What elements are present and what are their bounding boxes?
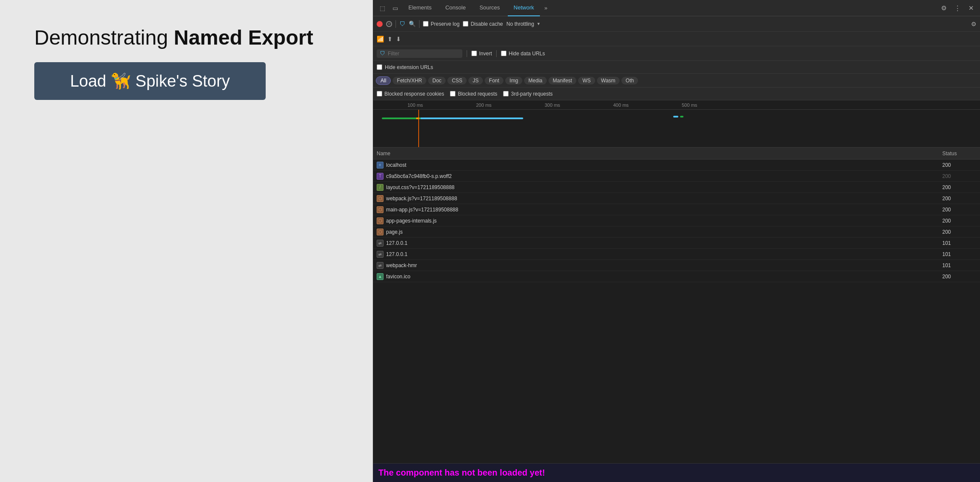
js-type-icon: ⬡ (377, 206, 384, 213)
table-row[interactable]: ▲favicon.ico200 (373, 271, 980, 282)
preserve-log-checkbox-group[interactable]: Preserve log (423, 21, 459, 27)
row-status: 200 (942, 173, 977, 179)
status-message: The component has not been loaded yet! (378, 468, 545, 477)
table-row[interactable]: ⇄webpack-hmr101 (373, 260, 980, 271)
row-name: 127.0.0.1 (386, 251, 942, 257)
filter-icon[interactable]: ⛉ (399, 21, 405, 27)
clear-button[interactable]: ⊘ (386, 21, 392, 27)
table-row[interactable]: ⬡app-pages-internals.js200 (373, 215, 980, 226)
type-btn-media[interactable]: Media (524, 77, 547, 84)
row-name: favicon.ico (386, 274, 942, 280)
throttle-arrow[interactable]: ▾ (537, 21, 540, 27)
load-spike-button[interactable]: Load 🦮 Spike's Story (34, 62, 266, 100)
type-btn-img[interactable]: Img (505, 77, 522, 84)
img-type-icon: ▲ (377, 273, 384, 280)
table-row[interactable]: /layout.css?v=1721189508888200 (373, 182, 980, 193)
blocked-cookies-group[interactable]: Blocked response cookies (377, 91, 444, 97)
upload-icon[interactable]: ⬆ (387, 36, 393, 42)
row-status: 101 (942, 251, 977, 257)
tab-sources[interactable]: Sources (474, 0, 506, 16)
tab-more[interactable]: » (542, 5, 550, 11)
tab-console[interactable]: Console (439, 0, 472, 16)
row-name: 127.0.0.1 (386, 240, 942, 246)
device-toggle-icon[interactable]: ▭ (390, 3, 401, 14)
blocked-requests-checkbox[interactable] (450, 91, 456, 96)
element-picker-icon[interactable]: ⬚ (377, 3, 388, 14)
row-status: 200 (942, 218, 977, 224)
tl-bar-blue (420, 117, 523, 119)
ruler-mark-100: 100 ms (408, 102, 423, 108)
third-party-group[interactable]: 3rd-party requests (503, 91, 552, 97)
type-btn-wasm[interactable]: Wasm (597, 77, 620, 84)
devtools-settings-icon[interactable]: ⚙ (938, 3, 949, 14)
row-status: 200 (942, 274, 977, 280)
devtools-panel: ⬚ ▭ Elements Console Sources Network » ⚙… (373, 0, 980, 482)
timeline-ruler: 100 ms 200 ms 300 ms 400 ms 500 ms (373, 100, 980, 110)
js-type-icon: ⬡ (377, 229, 384, 235)
hide-ext-checkbox[interactable] (377, 64, 382, 70)
type-btn-js[interactable]: JS (468, 77, 483, 84)
filter-input[interactable] (388, 51, 452, 57)
wifi-icon[interactable]: 📶 (377, 36, 384, 42)
table-row[interactable]: ≡localhost200 (373, 160, 980, 171)
row-name: webpack.js?v=1721189508888 (386, 196, 942, 202)
ruler-mark-500: 500 ms (682, 102, 697, 108)
type-btn-fetch-xhr[interactable]: Fetch/XHR (393, 77, 426, 84)
devtools-tab-bar: ⬚ ▭ Elements Console Sources Network » ⚙… (373, 0, 980, 16)
throttle-select[interactable]: No throttling (506, 21, 534, 27)
hide-data-urls-checkbox[interactable] (501, 51, 506, 56)
network-table[interactable]: Name Status ≡localhost200Tc9a5bc6a7c948f… (373, 148, 980, 463)
network-toolbar2: 📶 ⬆ ⬇ (373, 32, 980, 46)
doc-type-icon: ≡ (377, 162, 384, 169)
blocked-requests-group[interactable]: Blocked requests (450, 91, 497, 97)
table-row[interactable]: Tc9a5bc6a7c948fb0-s.p.woff2200 (373, 171, 980, 182)
third-party-checkbox[interactable] (503, 91, 509, 96)
title-prefix: Demonstrating (34, 26, 174, 49)
tab-elements[interactable]: Elements (402, 0, 438, 16)
filter-funnel-icon: ⛉ (380, 51, 385, 57)
table-row[interactable]: ⬡page.js200 (373, 226, 980, 238)
js-type-icon: ⬡ (377, 195, 384, 202)
filter-bar: ⛉ Invert Hide data URLs (373, 46, 980, 61)
col-status-header: Status (942, 151, 977, 157)
table-row[interactable]: ⬡main-app.js?v=1721189508888200 (373, 204, 980, 215)
filter-separator2 (496, 50, 497, 57)
network-settings-icon[interactable]: ⚙ (971, 21, 977, 27)
tl-vertical-line (418, 110, 419, 147)
record-button[interactable] (377, 21, 383, 27)
invert-label: Invert (479, 51, 492, 57)
ws-type-icon: ⇄ (377, 240, 384, 247)
blocked-cookies-checkbox[interactable] (377, 91, 382, 96)
disable-cache-checkbox[interactable] (463, 21, 468, 27)
network-toolbar: ⊘ ⛉ 🔍 Preserve log Disable cache No thro… (373, 16, 980, 32)
hide-data-urls-checkbox-group[interactable]: Hide data URLs (501, 51, 545, 57)
type-btn-manifest[interactable]: Manifest (548, 77, 576, 84)
preserve-log-checkbox[interactable] (423, 21, 429, 27)
devtools-close-icon[interactable]: ✕ (965, 3, 977, 14)
search-icon[interactable]: 🔍 (409, 21, 416, 27)
type-btn-other[interactable]: Oth (621, 77, 638, 84)
devtools-more-icon[interactable]: ⋮ (952, 3, 963, 14)
tab-network[interactable]: Network (508, 0, 540, 16)
type-btn-doc[interactable]: Doc (428, 77, 446, 84)
row-name: layout.css?v=1721189508888 (386, 184, 942, 190)
type-btn-ws[interactable]: WS (578, 77, 595, 84)
row-name: page.js (386, 229, 942, 235)
network-timeline: 100 ms 200 ms 300 ms 400 ms 500 ms (373, 100, 980, 148)
ruler-mark-400: 400 ms (613, 102, 629, 108)
type-btn-css[interactable]: CSS (447, 77, 467, 84)
table-row[interactable]: ⬡webpack.js?v=1721189508888200 (373, 193, 980, 204)
filter-separator (467, 50, 467, 57)
invert-checkbox-group[interactable]: Invert (471, 51, 492, 57)
row-status: 200 (942, 184, 977, 190)
row-name: main-app.js?v=1721189508888 (386, 207, 942, 213)
row-status: 200 (942, 162, 977, 168)
type-btn-font[interactable]: Font (485, 77, 503, 84)
download-icon[interactable]: ⬇ (396, 36, 401, 42)
type-btn-all[interactable]: All (376, 76, 391, 85)
table-row[interactable]: ⇄127.0.0.1101 (373, 238, 980, 249)
options-bar: Hide extension URLs (373, 61, 980, 74)
invert-checkbox[interactable] (471, 51, 477, 56)
disable-cache-checkbox-group[interactable]: Disable cache (463, 21, 503, 27)
table-row[interactable]: ⇄127.0.0.1101 (373, 249, 980, 260)
